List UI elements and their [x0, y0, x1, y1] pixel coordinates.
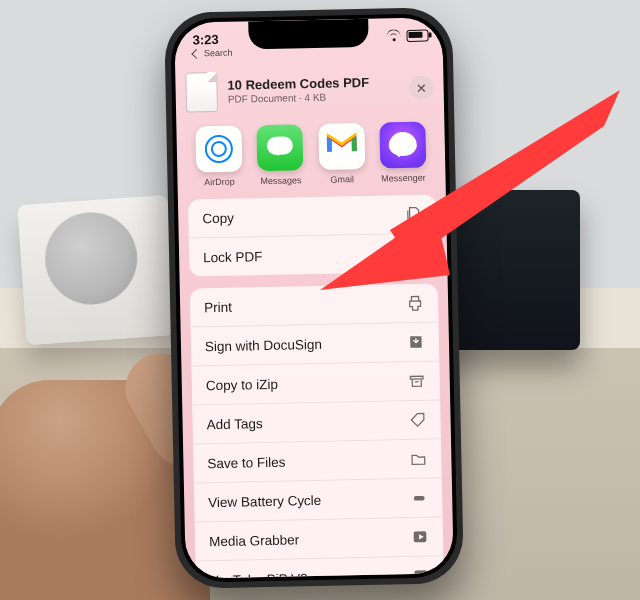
- action-sign-with-docusign[interactable]: Sign with DocuSign: [191, 321, 440, 365]
- download-box-icon: [407, 333, 425, 351]
- action-label: Save to Files: [207, 454, 285, 471]
- action-label: Lock PDF: [203, 249, 263, 265]
- close-button[interactable]: ✕: [409, 75, 433, 99]
- share-app-label: Messenger: [381, 173, 426, 184]
- action-label: Media Grabber: [209, 532, 299, 549]
- share-app-label: Gmail: [330, 174, 354, 184]
- share-app-label: AirDrop: [204, 177, 235, 188]
- svg-rect-0: [414, 496, 425, 501]
- archive-icon: [408, 372, 426, 390]
- action-copy-to-izip[interactable]: Copy to iZip: [191, 360, 440, 404]
- share-sheet-header: 10 Redeem Codes PDF PDF Document · 4 KB …: [185, 67, 434, 112]
- close-icon: ✕: [416, 80, 427, 95]
- document-subtitle: PDF Document · 4 KB: [228, 90, 400, 106]
- share-app-airdrop[interactable]: AirDrop: [192, 125, 245, 187]
- action-label: Copy: [202, 210, 234, 226]
- share-app-messages[interactable]: Messages: [254, 124, 307, 186]
- messenger-icon: [379, 122, 426, 169]
- action-label: Add Tags: [206, 416, 262, 432]
- action-group: CopyLock PDF: [188, 194, 438, 276]
- action-lock-pdf[interactable]: Lock PDF: [189, 232, 438, 276]
- airdrop-icon: [195, 125, 242, 172]
- action-add-tags[interactable]: Add Tags: [192, 399, 441, 443]
- share-apps-row: AirDrop Messages Gmail Messenger: [184, 121, 437, 187]
- share-app-gmail[interactable]: Gmail: [315, 123, 368, 185]
- action-save-to-files[interactable]: Save to Files: [193, 438, 442, 482]
- document-thumbnail-icon: [185, 72, 218, 113]
- lock-icon: [405, 244, 423, 262]
- messages-icon: [257, 124, 304, 171]
- phone-screen: 3:23 Search 10 Redeem Codes PDF PDF Docu…: [174, 17, 454, 578]
- printer-icon: [406, 294, 424, 312]
- folder-icon: [409, 450, 427, 468]
- media-square-icon: [411, 528, 429, 546]
- action-copy[interactable]: Copy: [188, 194, 437, 237]
- action-label: Copy to iZip: [206, 376, 278, 393]
- iphone-device: 3:23 Search 10 Redeem Codes PDF PDF Docu…: [164, 7, 464, 589]
- share-app-label: Messages: [260, 175, 301, 186]
- action-label: Sign with DocuSign: [205, 336, 322, 353]
- action-view-battery-cycle[interactable]: View Battery Cycle: [194, 477, 443, 521]
- status-time: 3:23: [192, 32, 218, 48]
- airtag-box: [17, 195, 176, 345]
- share-app-messenger[interactable]: Messenger: [376, 122, 429, 184]
- action-label: Print: [204, 299, 232, 315]
- battery-icon: [406, 30, 428, 42]
- pill-icon: [410, 489, 428, 507]
- action-media-grabber[interactable]: Media Grabber: [195, 516, 444, 560]
- photo-scene: 3:23 Search 10 Redeem Codes PDF PDF Docu…: [0, 0, 640, 600]
- document-info: 10 Redeem Codes PDF PDF Document · 4 KB: [227, 74, 400, 105]
- wifi-icon: [386, 31, 400, 41]
- tag-icon: [408, 411, 426, 429]
- gmail-icon: [318, 123, 365, 170]
- action-label: View Battery Cycle: [208, 492, 321, 509]
- action-print[interactable]: Print: [190, 283, 439, 326]
- status-right: [386, 30, 428, 43]
- copy-doc-icon: [404, 205, 422, 223]
- notch: [248, 19, 369, 50]
- back-to-search[interactable]: Search: [193, 48, 233, 59]
- action-group: PrintSign with DocuSignCopy to iZipAdd T…: [190, 283, 445, 578]
